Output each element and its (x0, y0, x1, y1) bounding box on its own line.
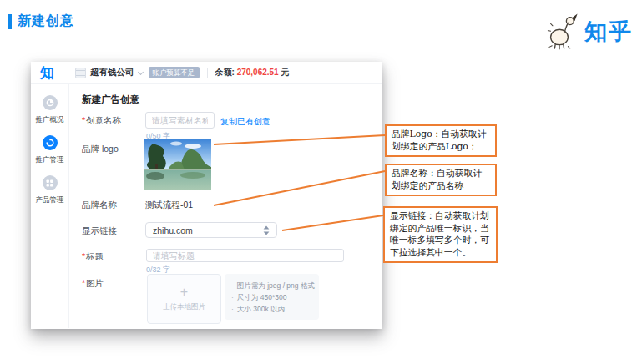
sidebar-item-products[interactable]: 产品管理 (31, 175, 68, 205)
requirement-item: 尺寸为 450*300 (228, 291, 316, 303)
sidebar-item-overview[interactable]: 推广概况 (31, 95, 68, 125)
balance: 余额: 270,062.51 元 (215, 67, 290, 78)
company-avatar (75, 68, 86, 78)
sidebar-item-label: 推广管理 (36, 155, 64, 165)
brand-logo-label: 品牌 logo (82, 144, 119, 155)
display-link-label: 显示链接 (82, 225, 117, 237)
requirement-item: 大小 300k 以内 (228, 303, 316, 315)
budget-status-badge: 账户预算不足 (149, 67, 200, 79)
display-link-select[interactable]: zhihu.com (145, 222, 277, 238)
title-accent-bar (8, 14, 12, 29)
form-title: 新建广告创意 (82, 94, 139, 106)
annotation-brand-name: 品牌名称：自动获取计划绑定的产品名称 (385, 164, 497, 196)
select-arrows-icon (263, 225, 270, 235)
balance-label: 余额: (215, 68, 235, 77)
creative-name-input[interactable] (145, 112, 215, 129)
requirement-item: 图片需为 jpeg / png 格式 (228, 280, 316, 291)
title-label: *标题 (82, 251, 104, 263)
required-mark: * (82, 251, 85, 261)
app-logo[interactable]: 知 (40, 66, 54, 80)
display-link-value: zhihu.com (153, 225, 263, 235)
header-divider (207, 68, 208, 78)
overview-icon (43, 95, 58, 110)
upload-hint: 上传本地图片 (163, 302, 205, 312)
annotation-display-link: 显示链接：自动获取计划绑定的产品唯一标识，当唯一标多填写多个时，可下拉选择其中一… (383, 206, 498, 263)
creative-name-label: *创意名称 (82, 115, 121, 127)
promotion-icon (43, 135, 58, 150)
zhihu-wordmark: 知乎 (584, 17, 633, 47)
app-sidebar: 推广概况 推广管理 产品管理 (31, 84, 69, 328)
app-body: 推广概况 推广管理 产品管理 新建广告创意 (31, 84, 382, 328)
chevron-down-icon[interactable] (137, 68, 143, 74)
page-title: 新建创意 (8, 13, 74, 30)
form-area: 新建广告创意 *创意名称 复制已有创意 0/50 字 品牌 logo (69, 84, 382, 328)
page: 新建创意 知乎 知 超有钱公司 账户预算不足 余额: (0, 0, 642, 364)
products-grid-icon (43, 175, 58, 190)
sidebar-item-label: 产品管理 (36, 195, 64, 205)
company-name[interactable]: 超有钱公司 (90, 67, 134, 78)
sidebar-item-label: 推广概况 (36, 115, 64, 125)
app-screenshot-card: 知 超有钱公司 账户预算不足 余额: 270,062.51 元 推广概况 (31, 62, 382, 329)
sidebar-item-promotion[interactable]: 推广管理 (31, 135, 68, 165)
required-mark: * (82, 278, 85, 288)
title-input[interactable] (146, 249, 344, 262)
required-mark: * (82, 115, 85, 125)
brand-name-value: 测试流程-01 (145, 200, 193, 211)
balance-value: 270,062.51 (237, 68, 279, 77)
zhihu-mascot-icon (543, 10, 583, 53)
annotation-brand-logo: 品牌Logo：自动获取计划绑定的产品Logo； (385, 124, 497, 157)
copy-existing-creative-link[interactable]: 复制已有创意 (220, 116, 270, 128)
image-requirements: 图片需为 jpeg / png 格式 尺寸为 450*300 大小 300k 以… (225, 274, 319, 320)
brand-logo-image (144, 139, 211, 190)
brand-name-label: 品牌名称 (82, 200, 117, 211)
image-label: *图片 (82, 278, 104, 290)
page-title-text: 新建创意 (18, 13, 74, 30)
balance-unit: 元 (281, 68, 289, 77)
app-header: 知 超有钱公司 账户预算不足 余额: 270,062.51 元 (31, 62, 382, 84)
zhihu-brand: 知乎 (543, 10, 633, 53)
upload-local-image-button[interactable]: + 上传本地图片 (147, 274, 221, 324)
plus-icon: + (180, 286, 188, 299)
